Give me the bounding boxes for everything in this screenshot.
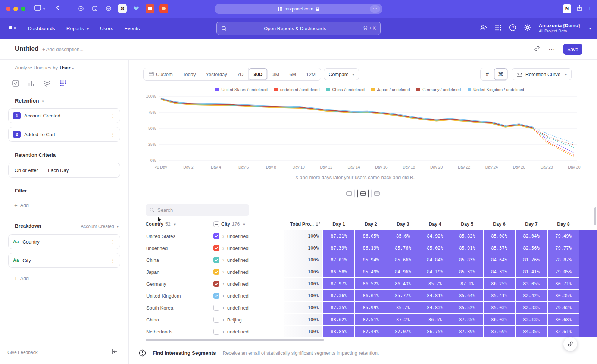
row-checkbox[interactable] [213, 233, 219, 239]
country-cell[interactable]: Netherlands [146, 326, 213, 337]
kebab-menu-icon[interactable]: ⋮ [110, 113, 115, 119]
country-cell[interactable]: China [146, 314, 213, 325]
retention-value-cell[interactable]: 80.35% [548, 290, 579, 301]
breakdown-country[interactable]: Aa Country ⋮ [8, 234, 120, 249]
extension-icon[interactable] [132, 4, 141, 13]
retention-value-cell[interactable]: 79.77% [548, 242, 579, 254]
compare-button[interactable]: Compare▾ [324, 68, 359, 80]
row-checkbox[interactable] [213, 281, 219, 287]
report-title[interactable]: Untitled [15, 45, 38, 53]
column-header-day-1[interactable]: Day 1 [323, 222, 354, 227]
retention-value-cell[interactable]: 87.39% [323, 242, 354, 254]
range-6m[interactable]: 6M [284, 68, 301, 80]
country-cell[interactable]: United Kingdom [146, 290, 213, 301]
retention-value-cell[interactable]: 85.83% [451, 254, 483, 266]
extension-icon-js[interactable]: JS [118, 4, 127, 13]
range-30d[interactable]: 30D [249, 68, 268, 80]
retention-value-cell[interactable]: 78.87% [548, 254, 579, 266]
retention-value-cell[interactable]: 87.44% [355, 326, 387, 337]
nav-dashboards[interactable]: Dashboards [28, 26, 55, 31]
retention-value-cell[interactable]: 84.83% [419, 302, 451, 313]
retention-value-cell[interactable]: 80.71% [548, 278, 579, 289]
expand-row-chevron[interactable]: › [222, 329, 224, 335]
row-checkbox[interactable] [213, 257, 219, 263]
range-today[interactable]: Today [178, 68, 201, 80]
retention-value-cell[interactable]: 88.85% [323, 326, 354, 337]
retention-value-cell[interactable]: 84.64% [484, 254, 515, 266]
expand-row-chevron[interactable]: › [222, 293, 224, 299]
retention-value-cell[interactable]: 86.5% [419, 314, 451, 325]
retention-value-cell[interactable]: 87.35% [451, 314, 483, 325]
retention-value-cell[interactable]: 87.07% [387, 326, 419, 337]
page-actions-button[interactable]: ⋯ [370, 5, 380, 13]
extension-icon[interactable] [90, 4, 99, 13]
retention-value-cell[interactable]: 85.32% [451, 266, 483, 277]
retention-value-cell[interactable]: 88.62% [323, 314, 354, 325]
country-cell[interactable]: United States [146, 230, 213, 242]
expand-row-chevron[interactable]: › [222, 305, 224, 311]
column-header-day-6[interactable]: Day 6 [484, 222, 515, 227]
column-header-day-3[interactable]: Day 3 [387, 222, 419, 227]
retention-value-cell[interactable]: 87.1% [451, 278, 483, 289]
retention-value-cell[interactable]: 87.21% [323, 230, 354, 242]
retention-value-cell[interactable]: 87.36% [323, 290, 354, 301]
retention-value-cell[interactable]: 87.69% [484, 326, 515, 337]
retention-value-cell[interactable]: 85.99% [355, 302, 387, 313]
retention-value-cell[interactable]: 79.62% [548, 302, 579, 313]
retention-value-cell[interactable]: 86.75% [419, 326, 451, 337]
retention-value-cell[interactable]: 83.13% [516, 314, 547, 325]
retention-value-cell[interactable]: 86.01% [355, 290, 387, 301]
expand-row-chevron[interactable]: › [222, 269, 224, 275]
give-feedback-link[interactable]: Give Feedback [7, 350, 38, 355]
country-cell[interactable]: South Korea [146, 302, 213, 313]
more-actions-button[interactable]: ⋯ [548, 46, 555, 53]
retention-value-cell[interactable]: 87.35% [323, 302, 354, 313]
extension-icon[interactable] [104, 4, 113, 13]
retention-value-cell[interactable]: 87.2% [387, 314, 419, 325]
nav-users[interactable]: Users [100, 26, 113, 31]
retention-value-cell[interactable]: 82.56% [516, 242, 547, 254]
settings-gear-icon[interactable] [524, 24, 531, 33]
retention-value-cell[interactable]: 85.52% [451, 302, 483, 313]
table-search[interactable] [146, 204, 249, 216]
retention-value-cell[interactable]: 85.6% [387, 230, 419, 242]
retention-criteria-control[interactable]: On or After Each Day [8, 163, 120, 178]
chart-type-selector[interactable]: Retention Curve ▾ [512, 68, 572, 80]
retention-value-cell[interactable]: 85.08% [484, 230, 515, 242]
range-yesterday[interactable]: Yesterday [201, 68, 232, 80]
extension-icon[interactable] [146, 4, 154, 13]
mixpanel-logo[interactable] [9, 26, 16, 29]
expand-row-chevron[interactable]: › [222, 317, 224, 323]
row-checkbox[interactable] [213, 329, 219, 335]
row-checkbox[interactable] [213, 269, 219, 275]
users-icon[interactable] [479, 24, 487, 33]
tab-funnels-icon[interactable] [27, 79, 36, 88]
address-bar[interactable]: mixpanel.com ⋯ [215, 4, 382, 14]
country-cell[interactable]: China [146, 254, 213, 266]
chart-only-view-button[interactable] [344, 189, 355, 198]
country-cell[interactable]: Japan [146, 266, 213, 277]
retention-value-cell[interactable]: 81.76% [516, 254, 547, 266]
close-window-button[interactable] [6, 7, 10, 11]
retention-section-header[interactable]: Retention ▾ [15, 98, 44, 104]
zoom-window-button[interactable] [21, 7, 25, 11]
table-search-input[interactable] [157, 207, 240, 213]
vertical-scrollbar[interactable] [594, 207, 596, 225]
chevron-down-icon[interactable]: ▾ [43, 7, 45, 11]
row-checkbox[interactable] [213, 293, 219, 299]
retention-value-cell[interactable]: 85.91% [451, 242, 483, 254]
collapse-sidebar-icon[interactable] [112, 349, 118, 356]
retention-value-cell[interactable]: 86.03% [484, 314, 515, 325]
retention-value-cell[interactable]: 84.84% [419, 254, 451, 266]
criteria-each-day[interactable]: Each Day [48, 167, 69, 173]
legend-item[interactable]: undefined / undefined [274, 87, 320, 92]
extension-icon[interactable] [76, 4, 85, 13]
retention-value-cell[interactable]: 82.33% [516, 302, 547, 313]
tab-retention-icon[interactable] [59, 79, 68, 88]
apps-grid-icon[interactable] [495, 24, 501, 32]
expand-row-chevron[interactable]: › [222, 257, 224, 263]
retention-value-cell[interactable]: 84.35% [516, 326, 547, 337]
nav-reports[interactable]: Reports ▾ [66, 26, 89, 31]
extension-icon[interactable] [159, 4, 168, 13]
retention-value-cell[interactable]: 80.68% [548, 314, 579, 325]
